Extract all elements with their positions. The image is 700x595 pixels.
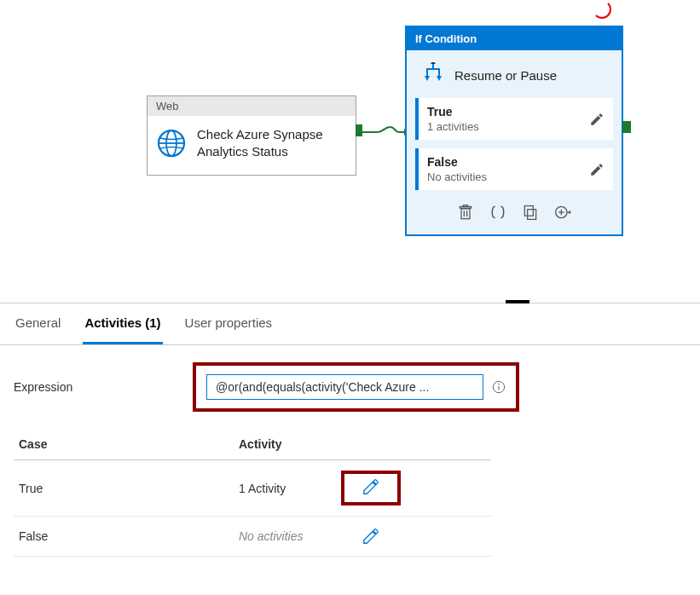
expression-highlight [193,362,519,412]
edit-icon[interactable] [362,527,380,546]
table-row: True 1 Activity [14,460,491,517]
branch-icon [420,62,446,88]
expression-label: Expression [14,380,184,394]
node-toolbar [415,199,613,228]
properties-tab-bar: General Activities (1) User properties [0,303,700,345]
case-table: Case Activity True 1 Activity False No a… [14,437,491,557]
if-condition-title: Resume or Pause [454,68,557,83]
tab-user-properties[interactable]: User properties [183,303,275,344]
edit-highlight [341,471,401,505]
svg-marker-6 [431,62,436,64]
svg-marker-5 [437,76,442,81]
pipeline-canvas[interactable]: Web Check Azure Synapse Analytics Status… [0,0,700,303]
true-branch-row[interactable]: True 1 activities [415,98,613,140]
case-cell: True [19,482,239,495]
tab-activities[interactable]: Activities (1) [83,303,162,344]
true-branch-count: 1 activities [427,120,479,133]
web-activity-title: Check Azure Synapse Analytics Status [197,126,347,159]
properties-panel: Expression Case Activity True 1 Activity… [0,345,700,574]
expression-input[interactable] [206,374,483,400]
case-header: Case [19,437,239,451]
edit-icon[interactable] [589,162,605,177]
loading-indicator-icon [593,0,611,19]
svg-rect-10 [524,206,533,217]
delete-icon[interactable] [457,204,474,221]
tab-general[interactable]: General [14,303,62,344]
case-cell: False [19,529,239,543]
edit-icon[interactable] [589,112,605,127]
activity-cell: No activities [239,529,341,543]
activity-header: Activity [239,437,341,451]
code-icon[interactable] [489,204,506,221]
svg-marker-4 [425,76,430,81]
copy-icon[interactable] [522,204,539,221]
add-output-icon[interactable] [554,204,571,221]
resize-handle[interactable] [506,300,529,303]
edit-icon[interactable] [362,477,380,496]
activity-cell: 1 Activity [239,482,341,495]
info-icon[interactable] [492,380,506,394]
web-activity-node[interactable]: Web Check Azure Synapse Analytics Status [147,95,356,176]
activity-type-label: Web [148,96,356,116]
globe-icon [156,128,187,159]
if-header-label: If Condition [407,27,622,50]
connector-arrow-icon [356,126,408,138]
false-branch-label: False [427,155,487,169]
if-condition-node[interactable]: If Condition Resume or Pause True 1 acti… [405,26,623,236]
true-branch-label: True [427,105,479,118]
false-branch-count: No activities [427,170,487,183]
input-port[interactable] [622,121,631,133]
table-row: False No activities [14,517,491,557]
svg-rect-9 [528,210,536,220]
false-branch-row[interactable]: False No activities [415,148,613,190]
svg-point-15 [498,384,500,385]
